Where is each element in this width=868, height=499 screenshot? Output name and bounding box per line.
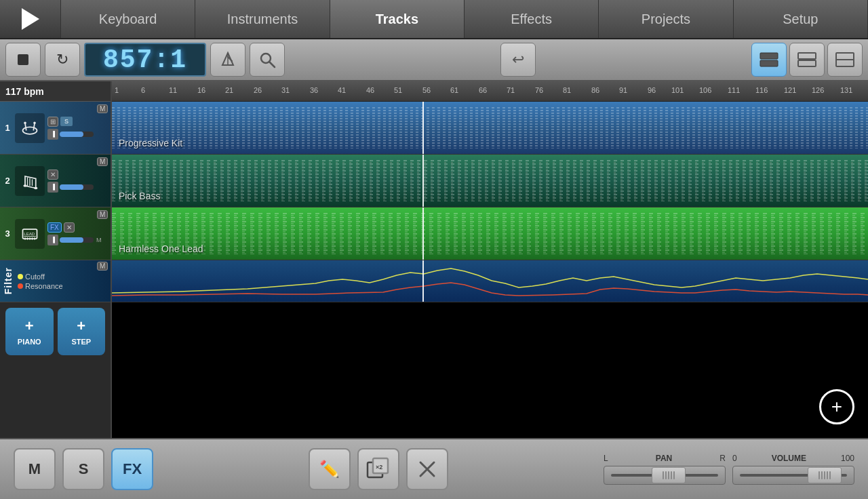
- ruler-31: 31: [281, 86, 290, 94]
- track-3-icon: LEAD: [15, 219, 45, 249]
- tab-projects[interactable]: Projects: [599, 0, 733, 38]
- track-header-3[interactable]: 3 LEAD FX ✕ ▐: [0, 207, 111, 260]
- svg-rect-36: [112, 213, 868, 254]
- svg-rect-7: [798, 53, 816, 59]
- track-2-controls: ✕ ▐: [47, 169, 111, 193]
- metronome-button[interactable]: [210, 43, 245, 77]
- track-lane-filter[interactable]: [112, 260, 868, 302]
- ruler-116: 116: [755, 86, 768, 94]
- pan-slider[interactable]: [604, 466, 726, 485]
- view-full-icon: [760, 52, 778, 67]
- tab-instruments[interactable]: Instruments: [195, 0, 330, 38]
- ruler-61: 61: [450, 86, 458, 94]
- ruler-86: 86: [591, 86, 599, 94]
- stop-button[interactable]: [5, 43, 41, 77]
- track-1-pattern: [112, 107, 868, 148]
- edit-button[interactable]: ✏️: [309, 448, 351, 490]
- track-3-notes-svg: [112, 213, 868, 254]
- add-piano-button[interactable]: + PIANO: [5, 308, 54, 355]
- playhead-1: [422, 102, 424, 154]
- track-lane-2[interactable]: Pick Bass: [112, 155, 868, 207]
- main-area: 117 bpm 1 ⊞ S ▐: [0, 81, 868, 438]
- svg-line-12: [25, 123, 26, 131]
- ruler-36: 36: [310, 86, 318, 94]
- track-1-s-badge[interactable]: S: [60, 117, 73, 126]
- mute-button[interactable]: M: [14, 448, 56, 490]
- vol-max-label: 100: [841, 454, 854, 463]
- add-buttons: + PIANO + STEP: [0, 302, 111, 361]
- tab-keyboard[interactable]: Keyboard: [61, 0, 195, 38]
- track-header-2[interactable]: 2 ✕ ▐ M: [0, 155, 111, 207]
- clone-icon: ×2: [366, 457, 391, 481]
- filter-legend: Cutoff Resonance: [16, 270, 64, 293]
- track-3-vol-icon: ▐: [47, 235, 58, 245]
- ruler-6: 6: [141, 86, 145, 94]
- track-lane-1[interactable]: Progressive Kit: [112, 102, 868, 155]
- ruler-101: 101: [671, 86, 684, 94]
- delete-button[interactable]: [406, 448, 448, 490]
- play-icon: [22, 8, 39, 30]
- fx-button[interactable]: FX: [111, 448, 153, 490]
- ruler-111: 111: [728, 86, 740, 94]
- track-headers: 117 bpm 1 ⊞ S ▐: [0, 81, 112, 438]
- track-1-m-badge[interactable]: M: [97, 104, 108, 113]
- loop-button[interactable]: ↻: [45, 43, 80, 77]
- undo-icon: ↩: [512, 51, 524, 68]
- track-1-number: 1: [0, 123, 15, 133]
- clone-button[interactable]: ×2: [357, 448, 399, 490]
- play-button[interactable]: [0, 0, 61, 38]
- track-2-number: 2: [0, 176, 15, 186]
- vol-center-label: VOLUME: [772, 454, 806, 463]
- metronome-icon: [218, 50, 237, 69]
- solo-button[interactable]: S: [62, 448, 104, 490]
- track-header-1[interactable]: 1 ⊞ S ▐ M: [0, 102, 111, 155]
- cutoff-label: Cutoff: [25, 273, 45, 281]
- playhead-2: [422, 155, 424, 207]
- search-icon: [258, 51, 276, 68]
- track-1-notes-svg: [112, 107, 868, 148]
- top-navigation: Keyboard Instruments Tracks Effects Proj…: [0, 0, 868, 39]
- playhead-filter: [422, 260, 424, 302]
- track-lane-3[interactable]: Harmless One Lead: [112, 207, 868, 260]
- ruler-106: 106: [699, 86, 711, 94]
- pan-left-label: L: [604, 454, 608, 463]
- ruler-41: 41: [338, 86, 346, 94]
- cutoff-dot: [18, 274, 23, 279]
- filter-m-badge[interactable]: M: [97, 262, 108, 271]
- track-1-icon: [15, 113, 45, 143]
- step-label: STEP: [71, 338, 91, 346]
- track-2-m-badge[interactable]: M: [97, 157, 108, 166]
- ruler-51: 51: [394, 86, 402, 94]
- track-3-fx-badge[interactable]: FX: [47, 222, 62, 233]
- track-3-label: Harmless One Lead: [119, 243, 203, 254]
- track-3-m-mini[interactable]: M: [96, 237, 102, 243]
- svg-rect-30: [112, 107, 868, 148]
- add-track-button[interactable]: +: [819, 389, 854, 424]
- svg-rect-6: [760, 60, 778, 66]
- ruler-26: 26: [254, 86, 262, 94]
- view-collapse-button[interactable]: [827, 43, 863, 77]
- view-split-button[interactable]: [789, 43, 825, 77]
- view-full-button[interactable]: [751, 43, 787, 77]
- svg-text:LEAD: LEAD: [24, 231, 35, 235]
- svg-point-15: [33, 121, 36, 124]
- svg-rect-5: [760, 53, 778, 59]
- volume-thumb[interactable]: [808, 467, 842, 483]
- pan-thumb[interactable]: [652, 467, 686, 483]
- tab-effects[interactable]: Effects: [465, 0, 599, 38]
- tab-tracks[interactable]: Tracks: [330, 0, 465, 38]
- tab-setup[interactable]: Setup: [734, 0, 868, 38]
- tracks-content: Progressive Kit: [112, 102, 868, 438]
- add-step-button[interactable]: + STEP: [58, 308, 106, 355]
- undo-button[interactable]: ↩: [500, 43, 536, 77]
- svg-point-20: [34, 186, 37, 189]
- view-collapse-icon: [835, 52, 854, 67]
- bpm-label: 117 bpm: [0, 81, 111, 102]
- search-button[interactable]: [250, 43, 285, 77]
- volume-slider[interactable]: [732, 466, 854, 485]
- loop-icon: ↻: [56, 51, 68, 68]
- track-3-m-badge[interactable]: M: [97, 210, 108, 219]
- vol-min-label: 0: [732, 454, 737, 463]
- ruler-1: 1: [115, 86, 119, 94]
- svg-point-14: [24, 121, 26, 124]
